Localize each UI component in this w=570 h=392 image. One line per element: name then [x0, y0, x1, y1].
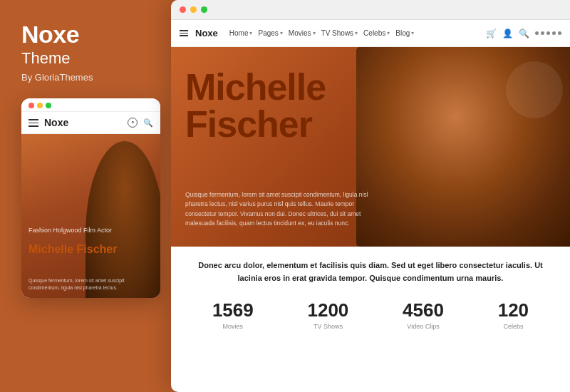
stat-videoclips: 4560 Video Clips — [403, 300, 444, 330]
chevron-down-icon: ▾ — [280, 30, 283, 36]
hero-name-line1: Michelle — [185, 68, 326, 105]
browser-dot-green[interactable] — [201, 6, 207, 13]
brand-author: By GloriaThemes — [21, 72, 93, 83]
browser-mockup: Noxe Home ▾ Pages ▾ Movies ▾ TV Shows ▾ … — [171, 0, 570, 392]
hero-section: Michelle Fischer Quisque fermentum, lore… — [171, 47, 570, 247]
nav-link-celebs[interactable]: Celebs ▾ — [363, 29, 390, 37]
browser-top-bar — [171, 0, 570, 20]
stat-celebs-label: Celebs — [498, 323, 529, 330]
mobile-dot-yellow — [37, 103, 43, 108]
chevron-down-icon: ▾ — [313, 30, 316, 36]
hero-title: Michelle Fischer — [185, 68, 326, 143]
mobile-dot-green — [46, 103, 51, 108]
mobile-nav-icons: ⚬ 🔍 — [128, 118, 153, 128]
social-icon[interactable] — [541, 31, 544, 35]
stat-videoclips-number: 4560 — [403, 300, 444, 321]
site-nav-actions: 🛒 👤 🔍 — [486, 29, 561, 38]
stat-tvshows: 1200 TV Shows — [307, 300, 348, 330]
hamburger-line — [28, 125, 38, 127]
hero-name-line2: Fischer — [185, 105, 326, 143]
browser-dot-yellow[interactable] — [190, 6, 197, 13]
site-nav-brand: Noxe — [195, 28, 218, 38]
mobile-brand-name: Noxe — [44, 117, 128, 128]
site-nav-links: Home ▾ Pages ▾ Movies ▾ TV Shows ▾ Celeb… — [229, 29, 479, 37]
left-panel: Noxe Theme By GloriaThemes Noxe ⚬ 🔍 — [0, 0, 182, 392]
content-section: Donec arcu dolor, elementum et facilisis… — [171, 247, 570, 339]
social-icon[interactable] — [558, 31, 561, 35]
mobile-top-bar — [21, 98, 160, 112]
user-icon[interactable]: 👤 — [502, 29, 513, 38]
social-links — [535, 31, 561, 35]
nav-link-blog[interactable]: Blog ▾ — [395, 29, 414, 37]
nav-hline — [180, 33, 188, 34]
social-icon[interactable] — [546, 31, 550, 35]
stat-videoclips-label: Video Clips — [403, 323, 444, 330]
hamburger-line — [28, 119, 38, 120]
site-hamburger-icon[interactable] — [180, 30, 188, 36]
brand-subtitle: Theme — [21, 49, 70, 68]
hero-description: Quisque fermentum, lorem sit amet suscip… — [185, 190, 378, 229]
face-highlight — [506, 61, 563, 118]
mobile-hero-category: Fashion Holgwood Film Actor — [28, 227, 112, 234]
nav-hline — [180, 35, 188, 36]
mobile-dot-red — [28, 103, 34, 108]
stat-movies: 1569 Movies — [212, 300, 254, 330]
content-quote: Donec arcu dolor, elementum et facilisis… — [185, 259, 556, 284]
search-icon[interactable]: 🔍 — [519, 29, 529, 38]
stat-celebs: 120 Celebs — [498, 300, 529, 330]
mobile-hero-description: Quisque fermentum, lorem sit amet suscip… — [28, 277, 153, 292]
chevron-down-icon: ▾ — [355, 30, 358, 36]
mobile-face-image — [86, 141, 160, 298]
mobile-mockup: Noxe ⚬ 🔍 Fashion Holgwood Film Actor Mic… — [21, 98, 160, 298]
stat-tvshows-label: TV Shows — [307, 323, 348, 330]
cart-icon[interactable]: 🛒 — [486, 29, 497, 38]
stat-tvshows-number: 1200 — [307, 300, 348, 321]
mobile-search-icon[interactable]: 🔍 — [143, 118, 153, 128]
nav-link-pages[interactable]: Pages ▾ — [258, 29, 282, 37]
mobile-hero-name: Michelle Fischer — [28, 243, 118, 256]
stat-movies-number: 1569 — [212, 300, 254, 321]
nav-hline — [180, 30, 188, 31]
chevron-down-icon: ▾ — [249, 30, 252, 36]
nav-link-tvshows[interactable]: TV Shows ▾ — [321, 29, 358, 37]
stat-celebs-number: 120 — [498, 300, 529, 321]
chevron-down-icon: ▾ — [387, 30, 390, 36]
mobile-hero-image: Fashion Holgwood Film Actor Michelle Fis… — [21, 134, 160, 298]
browser-dot-red[interactable] — [180, 6, 186, 13]
mobile-nav: Noxe ⚬ 🔍 — [21, 112, 160, 134]
nav-link-home[interactable]: Home ▾ — [229, 29, 253, 37]
hero-face-image — [356, 47, 570, 247]
social-icon[interactable] — [552, 31, 556, 35]
chevron-down-icon: ▾ — [411, 30, 414, 36]
mobile-window-dots — [28, 103, 51, 108]
stats-row: 1569 Movies 1200 TV Shows 4560 Video Cli… — [185, 294, 556, 330]
site-navbar: Noxe Home ▾ Pages ▾ Movies ▾ TV Shows ▾ … — [171, 20, 570, 47]
nav-link-movies[interactable]: Movies ▾ — [289, 29, 316, 37]
stat-movies-label: Movies — [212, 323, 254, 330]
mobile-hamburger-icon[interactable] — [28, 119, 38, 127]
hamburger-line — [28, 123, 38, 124]
social-icon[interactable] — [535, 31, 539, 35]
mobile-user-icon[interactable]: ⚬ — [128, 118, 138, 128]
brand-title: Noxe — [21, 21, 79, 48]
